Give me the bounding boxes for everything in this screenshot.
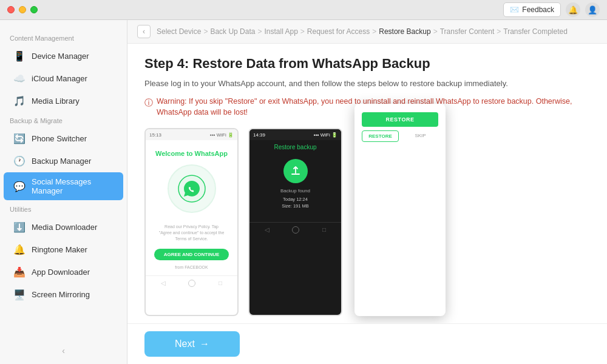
sidebar-item-app-downloader[interactable]: 📥 App Downloader <box>4 261 123 283</box>
phone-screen-1: 15:13 ▪▪▪ WiFi 🔋 Welcome to WhatsApp <box>144 128 239 316</box>
warning-icon: ⓘ <box>144 96 153 119</box>
sidebar-item-label: iCloud Manager <box>32 74 87 83</box>
breadcrumb-request-access: Request for Access <box>307 27 370 36</box>
next-label: Next <box>175 339 195 349</box>
phone1-statusbar: 15:13 ▪▪▪ WiFi 🔋 <box>146 129 237 140</box>
backup-date: Today 12:24 Size: 191 MB <box>282 196 309 210</box>
titlebar: ✉️ Feedback 🔔 👤 <box>0 0 607 20</box>
backup-manager-icon: 🕐 <box>13 155 25 167</box>
phone2-area: 14:39 ▪▪▪ WiFi 🔋 Restore backup <box>248 128 446 316</box>
restore-small-button[interactable]: RESTORE <box>362 130 399 142</box>
main-content: Step 4: Restore Data from WhatsApp Backu… <box>127 44 607 323</box>
icloud-icon: ☁️ <box>13 72 25 84</box>
sidebar-item-label: Phone Switcher <box>32 134 87 143</box>
notification-icon[interactable]: 🔔 <box>566 2 580 17</box>
phone2-navbar: ◁ □ <box>249 222 341 237</box>
phone1-bottom: Read our Privacy Policy. Tap "Agree and … <box>152 220 231 245</box>
cloud-upload-icon <box>283 159 308 183</box>
step-title: Step 4: Restore Data from WhatsApp Backu… <box>144 56 590 72</box>
phone2-time: 14:39 <box>253 132 265 138</box>
breadcrumb-restore-backup: Restore Backup <box>379 27 430 36</box>
sidebar: Content Management 📱 Device Manager ☁️ i… <box>0 20 127 364</box>
sidebar-item-ringtone-maker[interactable]: 🔔 Ringtone Maker <box>4 238 123 260</box>
phone2-title: Restore backup <box>249 140 341 153</box>
envelope-icon: ✉️ <box>510 5 519 14</box>
media-library-icon: 🎵 <box>13 95 25 107</box>
nav-home <box>188 280 195 287</box>
phone-switcher-icon: 🔄 <box>13 132 25 144</box>
maximize-button[interactable] <box>30 6 38 13</box>
breadcrumb-select-device: Select Device <box>157 27 201 36</box>
agree-button: AGREE AND CONTINUE <box>154 249 229 260</box>
breadcrumb: ‹ Select Device > Back Up Data > Install… <box>127 20 607 44</box>
from-facebook: from FACEBOOK <box>175 265 208 269</box>
feedback-button[interactable]: ✉️ Feedback <box>503 2 561 17</box>
phone1-time: 15:13 <box>149 132 161 138</box>
skip-button[interactable]: SKIP <box>402 130 438 142</box>
whatsapp-welcome-title: Welcome to WhatsApp <box>155 150 228 157</box>
sidebar-item-screen-mirroring[interactable]: 🖥️ Screen Mirroring <box>4 283 123 305</box>
user-avatar[interactable]: 👤 <box>585 2 600 17</box>
backup-found-text: Backup found <box>280 188 310 194</box>
sidebar-item-label: Device Manager <box>32 52 89 61</box>
feedback-label: Feedback <box>522 5 554 14</box>
breadcrumb-install-app: Install App <box>264 27 297 36</box>
sidebar-item-social-messages[interactable]: 💬 Social Messages Manager <box>4 172 123 200</box>
breadcrumb-transfer-content: Transfer Content <box>440 27 495 36</box>
bottom-bar: Next → <box>127 323 607 364</box>
sidebar-section-backup: Backup & Migrate <box>0 112 127 127</box>
media-downloader-icon: ⬇️ <box>13 221 25 233</box>
phone1-navbar: ◁ □ <box>146 275 237 291</box>
phone2-signal: ▪▪▪ WiFi 🔋 <box>314 132 337 138</box>
sidebar-item-label: App Downloader <box>32 268 90 277</box>
titlebar-right: ✉️ Feedback 🔔 👤 <box>503 2 600 17</box>
sidebar-item-label: Social Messages Manager <box>32 177 114 195</box>
next-button[interactable]: Next → <box>144 331 240 357</box>
step-description: Please log in to your WhatsApp account, … <box>144 78 590 90</box>
breadcrumb-back-button[interactable]: ‹ <box>137 25 151 38</box>
sidebar-collapse-button[interactable]: ‹ <box>56 343 71 358</box>
privacy-text: Read our Privacy Policy. Tap "Agree and … <box>158 224 225 241</box>
screen-mirroring-icon: 🖥️ <box>13 288 25 300</box>
sidebar-item-device-manager[interactable]: 📱 Device Manager <box>4 45 123 67</box>
sidebar-item-label: Screen Mirroring <box>32 290 90 299</box>
ringtone-maker-icon: 🔔 <box>13 243 25 255</box>
sidebar-item-phone-switcher[interactable]: 🔄 Phone Switcher <box>4 127 123 149</box>
phone2-content: Backup found Today 12:24 Size: 191 MB <box>249 153 341 216</box>
sidebar-item-label: Backup Manager <box>32 157 91 166</box>
nav-recents: □ <box>219 280 222 287</box>
arrow-right-icon: → <box>200 339 209 349</box>
nav-recents-2: □ <box>322 226 326 234</box>
restore-dialog: RESTORE RESTORE SKIP <box>354 104 446 316</box>
nav-back-2: ◁ <box>265 226 270 234</box>
phone1-content: Welcome to WhatsApp Read our Privacy Pol… <box>146 140 237 275</box>
close-button[interactable] <box>7 6 15 13</box>
app-downloader-icon: 📥 <box>13 266 25 278</box>
phone2-statusbar: 14:39 ▪▪▪ WiFi 🔋 <box>249 129 341 140</box>
sidebar-item-label: Media Downloader <box>32 223 97 232</box>
sidebar-item-media-library[interactable]: 🎵 Media Library <box>4 90 123 112</box>
sidebar-item-icloud-manager[interactable]: ☁️ iCloud Manager <box>4 67 123 89</box>
sidebar-item-label: Media Library <box>32 96 80 106</box>
breadcrumb-transfer-completed: Transfer Completed <box>503 27 568 36</box>
content-area: ‹ Select Device > Back Up Data > Install… <box>127 20 607 364</box>
minimize-button[interactable] <box>19 6 26 13</box>
breadcrumb-backup-data: Back Up Data <box>210 27 255 36</box>
sidebar-item-label: Ringtone Maker <box>32 245 87 254</box>
nav-home-2 <box>292 226 299 234</box>
social-messages-icon: 💬 <box>13 180 25 192</box>
screenshots-row: 15:13 ▪▪▪ WiFi 🔋 Welcome to WhatsApp <box>144 128 590 316</box>
sidebar-section-content: Content Management <box>0 30 127 44</box>
sidebar-item-backup-manager[interactable]: 🕐 Backup Manager <box>4 150 123 172</box>
main-layout: Content Management 📱 Device Manager ☁️ i… <box>0 20 607 364</box>
phone-screen-2: 14:39 ▪▪▪ WiFi 🔋 Restore backup <box>248 128 342 316</box>
restore-main-button[interactable]: RESTORE <box>362 112 438 127</box>
sidebar-section-utilities: Utilities <box>0 201 127 215</box>
window-controls <box>7 6 38 13</box>
device-manager-icon: 📱 <box>13 50 25 62</box>
phone1-signal: ▪▪▪ WiFi 🔋 <box>210 132 234 138</box>
sidebar-item-media-downloader[interactable]: ⬇️ Media Downloader <box>4 216 123 238</box>
nav-back: ◁ <box>161 280 166 287</box>
whatsapp-logo <box>168 164 216 213</box>
restore-skip-row: RESTORE SKIP <box>362 130 438 142</box>
